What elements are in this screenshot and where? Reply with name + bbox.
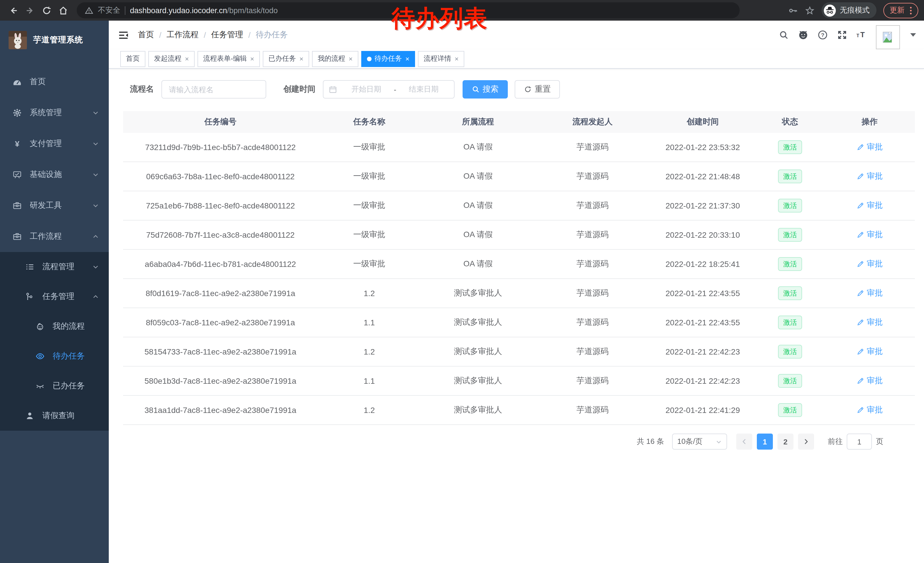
pencil-icon <box>856 377 864 384</box>
avatar[interactable] <box>876 25 900 49</box>
sidebar-item-payment[interactable]: ¥支付管理 <box>0 128 109 159</box>
url-text[interactable]: dashboard.yudao.iocoder.cn/bpm/task/todo <box>130 6 278 15</box>
close-tab-icon[interactable]: × <box>405 55 410 62</box>
tab-form-edit[interactable]: 流程表单-编辑× <box>198 51 260 67</box>
cell-task-id: 75d72608-7b7f-11ec-a3c8-acde48001122 <box>123 220 318 249</box>
breadcrumb-separator: / <box>159 30 162 39</box>
date-range-input[interactable]: 开始日期 - 结束日期 <box>323 80 454 99</box>
total-count: 共 16 条 <box>637 437 664 447</box>
close-tab-icon[interactable]: × <box>250 55 254 62</box>
tab-done-tasks[interactable]: 已办任务× <box>263 51 309 67</box>
tab-start-process[interactable]: 发起流程× <box>148 51 195 67</box>
sidebar-item-process-mgmt[interactable]: 流程管理 <box>0 252 109 282</box>
security-label[interactable]: 不安全 <box>98 5 120 15</box>
sidebar-item-home[interactable]: 首页 <box>0 66 109 98</box>
chrome-update-button[interactable]: 更新 <box>884 3 918 18</box>
tab-my-process[interactable]: 我的流程× <box>312 51 358 67</box>
update-label: 更新 <box>890 5 904 15</box>
screen: 不安全 dashboard.yudao.iocoder.cn/bpm/task/… <box>0 0 924 563</box>
approve-link[interactable]: 审批 <box>856 288 883 298</box>
approve-link[interactable]: 审批 <box>856 405 883 415</box>
menu-fold-icon[interactable] <box>118 30 129 41</box>
tab-label: 流程表单-编辑 <box>203 54 247 63</box>
cell-process: 测试多审批人 <box>421 337 535 366</box>
sidebar-item-label: 任务管理 <box>42 291 74 302</box>
close-tab-icon[interactable]: × <box>299 55 303 62</box>
sidebar-item-label: 请假查询 <box>42 411 74 421</box>
fullscreen-icon[interactable] <box>837 30 847 40</box>
approve-link[interactable]: 审批 <box>856 258 883 269</box>
tab-home[interactable]: 首页 <box>120 51 146 67</box>
page-size-select[interactable]: 10条/页 <box>672 434 727 450</box>
approve-link[interactable]: 审批 <box>856 171 883 181</box>
status-badge: 激活 <box>778 199 802 213</box>
status-badge: 激活 <box>778 403 802 417</box>
close-tab-icon[interactable]: × <box>454 55 459 62</box>
browser-home-icon[interactable] <box>56 3 71 18</box>
page-button-2[interactable]: 2 <box>777 434 794 450</box>
sidebar-item-todo-tasks[interactable]: 待办任务 <box>0 341 109 371</box>
bookmark-star-icon[interactable] <box>805 6 814 15</box>
sidebar-item-leave-query[interactable]: 请假查询 <box>0 401 109 431</box>
approve-link[interactable]: 审批 <box>856 317 883 327</box>
cell-status: 激活 <box>756 191 824 220</box>
approve-link[interactable]: 审批 <box>856 230 883 240</box>
breadcrumb-item[interactable]: 工作流程 <box>166 30 199 40</box>
sidebar-item-label: 工作流程 <box>30 231 62 242</box>
cell-action: 审批 <box>824 308 915 337</box>
browser-actions: 无痕模式 更新 <box>788 2 918 18</box>
table-row: 381aa1dd-7ac8-11ec-a9e2-a2380e71991a1.2测… <box>123 395 915 425</box>
status-badge: 激活 <box>778 315 802 329</box>
column-header: 状态 <box>756 111 824 133</box>
tab-process-detail[interactable]: 流程详情× <box>418 51 464 67</box>
password-key-icon[interactable] <box>788 6 798 15</box>
search-icon[interactable] <box>778 30 789 40</box>
reset-button[interactable]: 重置 <box>514 80 560 99</box>
cell-action: 审批 <box>824 162 915 191</box>
sidebar-item-task-mgmt[interactable]: 任务管理 <box>0 282 109 312</box>
page-button-1[interactable]: 1 <box>757 434 773 450</box>
tab-label: 已办任务 <box>268 54 296 63</box>
process-name-input[interactable] <box>162 80 266 99</box>
sidebar-item-my-process[interactable]: 我的流程 <box>0 312 109 341</box>
sidebar-item-system[interactable]: 系统管理 <box>0 98 109 128</box>
browser-forward-icon[interactable] <box>22 3 38 18</box>
approve-link[interactable]: 审批 <box>856 200 883 210</box>
avatar-caret-icon[interactable] <box>910 33 916 37</box>
search-button[interactable]: 搜索 <box>463 80 508 99</box>
cell-task-name: 1.2 <box>318 395 421 425</box>
tab-todo-tasks[interactable]: 待办任务× <box>361 51 415 67</box>
sidebar-item-dev-tools[interactable]: 研发工具 <box>0 190 109 221</box>
approve-link[interactable]: 审批 <box>856 346 883 357</box>
cell-task-name: 一级审批 <box>318 191 421 220</box>
browser-reload-icon[interactable] <box>39 3 54 18</box>
help-icon[interactable]: ? <box>818 30 828 40</box>
github-icon[interactable] <box>798 30 808 40</box>
browser-back-icon[interactable] <box>6 3 21 18</box>
tab-label: 首页 <box>126 54 140 63</box>
breadcrumb-item[interactable]: 任务管理 <box>211 30 243 40</box>
close-tab-icon[interactable]: × <box>185 55 189 62</box>
filter-form: 流程名 创建时间 开始日期 - 结束日期 搜索 <box>130 80 915 99</box>
approve-link[interactable]: 审批 <box>856 142 883 152</box>
next-page-button[interactable] <box>798 434 814 450</box>
address-bar[interactable]: 不安全 dashboard.yudao.iocoder.cn/bpm/task/… <box>77 2 740 18</box>
sidebar-item-infrastructure[interactable]: 基础设施 <box>0 159 109 190</box>
breadcrumb-item[interactable]: 首页 <box>138 30 154 40</box>
app-logo[interactable]: 芋道管理系统 <box>0 21 109 55</box>
cell-starter: 芋道源码 <box>535 366 650 395</box>
cell-action: 审批 <box>824 337 915 366</box>
cell-status: 激活 <box>756 220 824 249</box>
sidebar-item-done-tasks[interactable]: 已办任务 <box>0 371 109 401</box>
text-size-icon[interactable]: TT <box>856 30 867 40</box>
column-header: 任务编号 <box>123 111 318 133</box>
breadcrumb-separator: / <box>204 30 206 39</box>
close-tab-icon[interactable]: × <box>349 55 352 62</box>
goto-page-input[interactable] <box>847 434 872 450</box>
prev-page-button[interactable] <box>736 434 752 450</box>
sidebar-item-workflow[interactable]: 工作流程 <box>0 221 109 252</box>
tab-label: 流程详情 <box>424 54 451 63</box>
cell-status: 激活 <box>756 249 824 279</box>
approve-label: 审批 <box>867 142 883 152</box>
approve-link[interactable]: 审批 <box>856 375 883 386</box>
